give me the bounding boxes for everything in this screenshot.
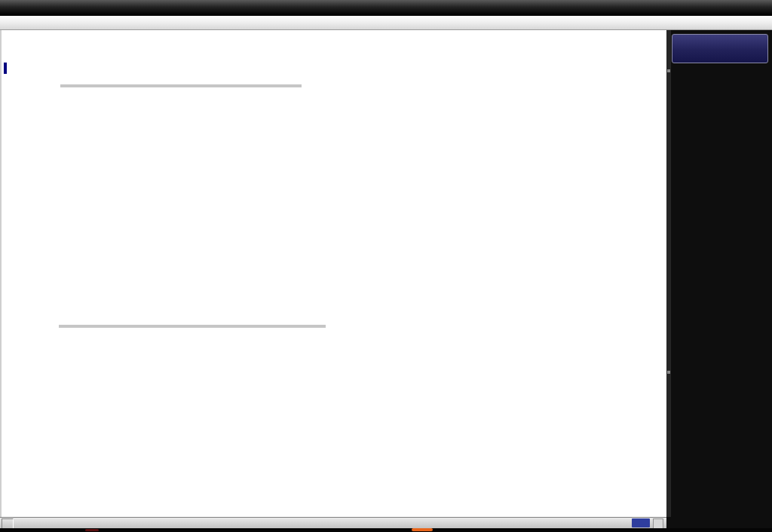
bottom-edge xyxy=(0,528,772,532)
menu-bar xyxy=(0,16,772,30)
table-row xyxy=(60,327,326,328)
marker-num xyxy=(61,87,86,87)
tr1-swr-plot[interactable] xyxy=(60,84,662,295)
marker-freq xyxy=(86,87,155,87)
status-bar-filler xyxy=(666,517,772,528)
empty-cell xyxy=(250,87,302,87)
alert-indicator xyxy=(653,518,663,529)
marker-value-unit xyxy=(225,327,247,328)
marker-value xyxy=(182,87,250,87)
tr3-marker-row xyxy=(345,334,666,344)
channel-window[interactable] xyxy=(0,30,666,517)
cal-status-badge xyxy=(632,518,650,527)
softkey-menu xyxy=(666,30,772,517)
empty-cell xyxy=(247,327,286,328)
marker-unit xyxy=(150,327,176,328)
channel-number-box xyxy=(2,518,14,529)
marker-freq xyxy=(83,327,150,328)
marker-value xyxy=(176,327,225,328)
tr3-marker-row xyxy=(345,344,666,355)
taskbar-blip xyxy=(85,529,99,531)
tr1-title-bar[interactable] xyxy=(4,63,7,74)
marker-num xyxy=(60,327,83,328)
tr2-marker-table xyxy=(59,325,326,328)
softkey-menu-title xyxy=(672,34,768,63)
tr3-marker-row xyxy=(345,323,666,334)
empty-cell xyxy=(286,327,326,328)
status-bar xyxy=(0,517,666,528)
tr1-stimulus-markers xyxy=(60,296,662,305)
taskbar-blip xyxy=(412,528,433,531)
softkey-scrollbar[interactable] xyxy=(666,30,671,517)
table-row xyxy=(61,87,302,87)
marker-unit xyxy=(155,87,182,87)
app-window xyxy=(0,0,772,532)
tr1-tag xyxy=(4,63,7,74)
title-bar[interactable] xyxy=(0,0,772,16)
tr2-logmag-plot[interactable] xyxy=(58,324,326,532)
tr1-marker-table xyxy=(60,84,302,87)
